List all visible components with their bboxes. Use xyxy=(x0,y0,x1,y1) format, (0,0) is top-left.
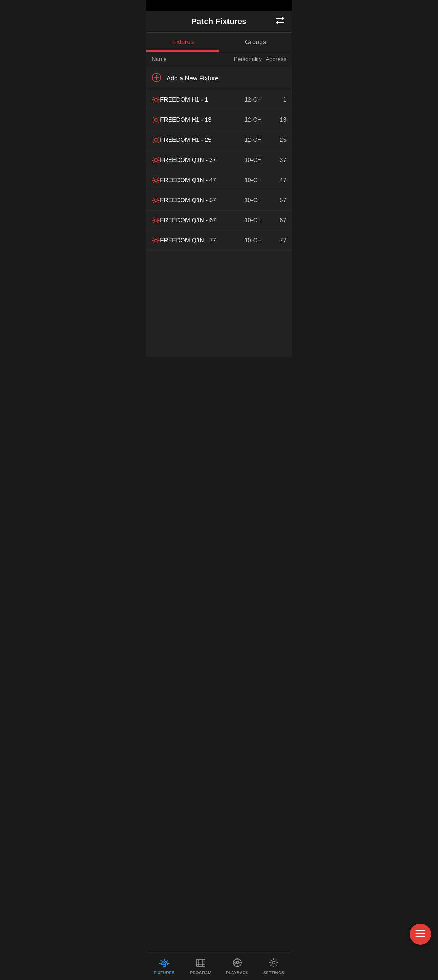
tab-groups[interactable]: Groups xyxy=(219,33,292,51)
fixture-name: FREEDOM H1 - 13 xyxy=(160,116,226,124)
fixture-icon xyxy=(152,156,160,164)
content-area: Name Personality Address Add a New Fixtu… xyxy=(146,52,292,385)
fixture-address: 25 xyxy=(262,137,286,143)
settings-nav-icon xyxy=(269,958,279,969)
fixture-row[interactable]: FREEDOM Q1N - 67 10-CH 67 xyxy=(146,211,292,231)
svg-point-2 xyxy=(154,119,157,121)
svg-point-1 xyxy=(154,99,157,101)
empty-area xyxy=(146,251,292,356)
fixture-icon xyxy=(152,196,160,205)
add-icon xyxy=(152,73,162,84)
fixture-icon xyxy=(152,236,160,245)
fixture-address: 47 xyxy=(262,177,286,184)
add-fixture-row[interactable]: Add a New Fixture xyxy=(146,67,292,90)
svg-rect-10 xyxy=(197,959,205,966)
exchange-icon[interactable] xyxy=(275,16,285,27)
fixture-name: FREEDOM Q1N - 57 xyxy=(160,197,226,204)
nav-settings-label: SETTINGS xyxy=(263,970,284,975)
fixture-name: FREEDOM Q1N - 67 xyxy=(160,217,226,224)
fixture-personality: 10-CH xyxy=(226,237,262,244)
fixture-personality: 10-CH xyxy=(226,197,262,204)
col-header-personality: Personality xyxy=(226,56,262,62)
fixture-personality: 10-CH xyxy=(226,177,262,184)
fixture-address: 77 xyxy=(262,237,286,244)
fixture-icon xyxy=(152,136,160,144)
fixture-row[interactable]: FREEDOM Q1N - 47 10-CH 47 xyxy=(146,170,292,191)
svg-rect-9 xyxy=(163,965,166,966)
fixture-row[interactable]: FREEDOM Q1N - 57 10-CH 57 xyxy=(146,191,292,211)
fixture-row[interactable]: FREEDOM H1 - 25 12-CH 25 xyxy=(146,130,292,150)
fixture-name: FREEDOM Q1N - 37 xyxy=(160,157,226,164)
svg-point-3 xyxy=(154,138,157,142)
fixture-address: 57 xyxy=(262,197,286,204)
fixture-icon xyxy=(152,176,160,185)
svg-point-6 xyxy=(154,199,157,202)
fixture-row[interactable]: FREEDOM H1 - 13 12-CH 13 xyxy=(146,110,292,130)
fixture-personality: 10-CH xyxy=(226,217,262,224)
page-title: Patch Fixtures xyxy=(192,17,246,26)
fixture-icon xyxy=(152,216,160,225)
fixture-personality: 12-CH xyxy=(226,137,262,143)
tabs: Fixtures Groups xyxy=(146,33,292,52)
svg-point-17 xyxy=(272,961,275,964)
bottom-nav: FIXTURES PROGRAM PLAYBACK xyxy=(146,952,292,980)
fixture-name: FREEDOM Q1N - 47 xyxy=(160,177,226,184)
fixture-personality: 12-CH xyxy=(226,96,262,103)
nav-settings[interactable]: SETTINGS xyxy=(256,952,292,980)
fixture-row[interactable]: FREEDOM H1 - 1 12-CH 1 xyxy=(146,90,292,110)
nav-fixtures-label: FIXTURES xyxy=(154,970,175,975)
nav-program[interactable]: PROGRAM xyxy=(182,952,219,980)
fixtures-nav-icon xyxy=(159,958,170,969)
nav-playback-label: PLAYBACK xyxy=(226,970,249,975)
fixture-name: FREEDOM H1 - 25 xyxy=(160,137,226,143)
fixture-address: 67 xyxy=(262,217,286,224)
svg-point-5 xyxy=(154,179,157,182)
svg-point-4 xyxy=(154,159,157,162)
nav-program-label: PROGRAM xyxy=(190,970,212,975)
svg-point-13 xyxy=(202,961,203,963)
svg-point-11 xyxy=(198,960,199,961)
fixture-row[interactable]: FREEDOM Q1N - 37 10-CH 37 xyxy=(146,150,292,170)
status-bar xyxy=(146,0,292,11)
fixture-address: 1 xyxy=(262,96,286,103)
nav-playback[interactable]: PLAYBACK xyxy=(219,952,256,980)
fixture-name: FREEDOM Q1N - 77 xyxy=(160,237,226,244)
add-fixture-label: Add a New Fixture xyxy=(167,75,219,82)
program-nav-icon xyxy=(196,958,206,969)
svg-point-12 xyxy=(198,963,199,964)
fixture-name: FREEDOM H1 - 1 xyxy=(160,96,226,103)
col-header-address: Address xyxy=(262,56,286,62)
svg-point-16 xyxy=(236,962,238,964)
nav-fixtures[interactable]: FIXTURES xyxy=(146,952,182,980)
fixture-address: 37 xyxy=(262,157,286,164)
svg-point-8 xyxy=(154,239,157,242)
fixture-rows-container: FREEDOM H1 - 1 12-CH 1 FREEDOM H1 - 13 1… xyxy=(146,90,292,251)
table-header: Name Personality Address xyxy=(146,52,292,67)
svg-point-7 xyxy=(154,219,157,222)
fixture-address: 13 xyxy=(262,116,286,124)
fixture-icon xyxy=(152,116,160,124)
playback-nav-icon xyxy=(232,958,242,969)
svg-point-14 xyxy=(202,965,203,966)
tab-fixtures[interactable]: Fixtures xyxy=(146,33,219,51)
col-header-name: Name xyxy=(152,56,226,62)
header: Patch Fixtures xyxy=(146,11,292,33)
fixture-row[interactable]: FREEDOM Q1N - 77 10-CH 77 xyxy=(146,231,292,251)
fixture-list: Add a New Fixture FREEDOM H1 - 1 12-CH 1… xyxy=(146,67,292,251)
fixture-personality: 10-CH xyxy=(226,157,262,164)
fixture-icon xyxy=(152,95,160,104)
fixture-personality: 12-CH xyxy=(226,116,262,124)
